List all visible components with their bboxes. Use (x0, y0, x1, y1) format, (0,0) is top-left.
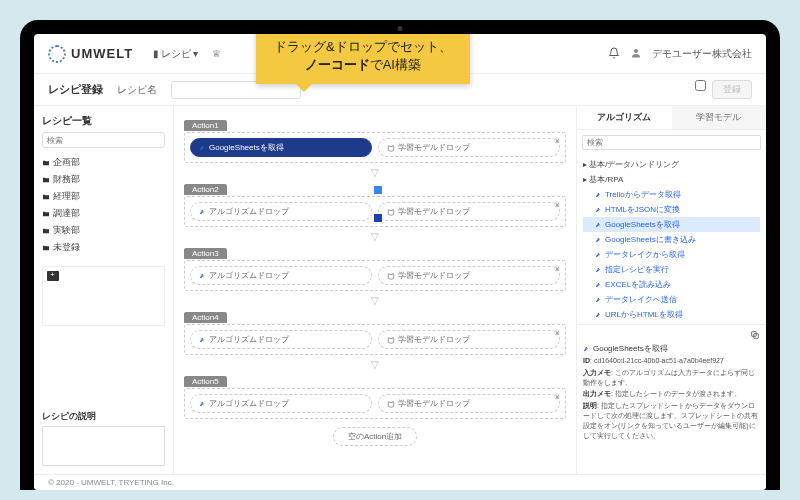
folder-item[interactable]: 財務部 (42, 171, 165, 188)
arrow-down-icon: ▽ (184, 169, 566, 177)
canvas: Action1GoogleSheetsを取得学習モデルドロップ×▽Action2… (174, 106, 576, 474)
detail-panel: GoogleSheetsを取得 ID: cd1640cd-21cc-40b0-a… (577, 324, 766, 447)
folder-icon (42, 244, 50, 252)
logo-text: UMWELT (71, 46, 133, 61)
detail-title: GoogleSheetsを取得 (593, 343, 668, 354)
model-slot[interactable]: 学習モデルドロップ (378, 266, 560, 285)
bell-icon[interactable] (608, 47, 620, 61)
arrow-down-icon: ▽ (184, 297, 566, 305)
tree-item[interactable]: データレイクから取得 (583, 247, 760, 262)
action-body: アルゴリズムドロップ学習モデルドロップ× (184, 324, 566, 355)
close-icon[interactable]: × (555, 200, 560, 210)
model-slot[interactable]: 学習モデルドロップ (378, 394, 560, 413)
action-body: GoogleSheetsを取得学習モデルドロップ× (184, 132, 566, 163)
action-tab: Action2 (184, 184, 227, 195)
callout-tooltip: ドラッグ&ドロップでセット、 ノーコードでAI構築 (256, 34, 470, 84)
recipe-desc-input[interactable] (42, 426, 165, 466)
folder-icon (42, 159, 50, 167)
action-tab: Action3 (184, 248, 227, 259)
detail-description: 指定したスプレッドシートからデータをダウンロードして次の処理に渡します。スプレッ… (583, 402, 758, 438)
folder-item[interactable]: 企画部 (42, 154, 165, 171)
algorithm-slot[interactable]: アルゴリズムドロップ (190, 394, 372, 413)
left-panel: レシピ一覧 企画部財務部経理部調達部実験部未登録 レシピの説明 (34, 106, 174, 474)
folder-icon (42, 210, 50, 218)
copy-icon[interactable] (750, 330, 760, 340)
folder-icon (42, 193, 50, 201)
user-name[interactable]: デモユーザー株式会社 (652, 47, 752, 61)
tree-item[interactable]: EXCELを読み込み (583, 277, 760, 292)
folder-icon (42, 227, 50, 235)
tab-model[interactable]: 学習モデル (672, 106, 767, 129)
logo[interactable]: UMWELT (48, 45, 133, 63)
tree-item[interactable]: URLからHTMLを取得 (583, 307, 760, 322)
algorithm-slot[interactable]: アルゴリズムドロップ (190, 266, 372, 285)
color-swatch-icon[interactable] (374, 214, 382, 222)
model-slot[interactable]: 学習モデルドロップ (378, 330, 560, 349)
color-swatch-icon[interactable] (374, 186, 382, 194)
tree-item[interactable]: HTMLをJSONに変換 (583, 202, 760, 217)
add-folder-icon[interactable] (47, 271, 59, 281)
tree-item[interactable]: データレイクへ送信 (583, 292, 760, 307)
close-icon[interactable]: × (555, 328, 560, 338)
user-avatar-icon[interactable] (630, 47, 642, 61)
nav-trophy-icon[interactable]: ♕ (212, 47, 221, 61)
action-tab: Action4 (184, 312, 227, 323)
arrow-down-icon: ▽ (184, 361, 566, 369)
tab-algorithm[interactable]: アルゴリズム (577, 106, 672, 129)
algorithm-slot[interactable]: GoogleSheetsを取得 (190, 138, 372, 157)
algorithm-search-input[interactable] (582, 135, 761, 150)
folder-item[interactable]: 実験部 (42, 222, 165, 239)
action-tab: Action1 (184, 120, 227, 131)
tree-item[interactable]: GoogleSheetsに書き込み (583, 232, 760, 247)
action-body: アルゴリズムドロップ学習モデルドロップ× (184, 260, 566, 291)
tree-item[interactable]: 指定レシピを実行 (583, 262, 760, 277)
close-icon[interactable]: × (555, 136, 560, 146)
tree-item[interactable]: Trelloからデータ取得 (583, 187, 760, 202)
algorithm-slot[interactable]: アルゴリズムドロップ (190, 330, 372, 349)
folder-add-area[interactable] (42, 266, 165, 326)
folder-icon (42, 176, 50, 184)
recipe-name-label: レシピ名 (117, 83, 157, 97)
close-icon[interactable]: × (555, 264, 560, 274)
footer-copyright: © 2020 - UMWELT, TRYETING Inc. (34, 474, 766, 490)
tree-group[interactable]: ▸ 基本/データハンドリング (583, 157, 760, 172)
tree-item[interactable]: GoogleSheetsを取得 (583, 217, 760, 232)
add-action-button[interactable]: 空のAction追加 (333, 427, 417, 446)
nav-recipe[interactable]: ▮ レシピ ▾ (153, 47, 198, 61)
logo-icon (48, 45, 66, 63)
color-strip (374, 186, 382, 222)
right-panel: アルゴリズム 学習モデル ▸ 基本/データハンドリング▸ 基本/RPATrell… (576, 106, 766, 474)
arrow-down-icon: ▽ (184, 233, 566, 241)
detail-id: cd1640cd-21cc-40b0-ac51-a7a0b4eef927 (594, 357, 724, 364)
algorithm-slot[interactable]: アルゴリズムドロップ (190, 202, 372, 221)
tree-group[interactable]: ▸ 基本/RPA (583, 172, 760, 187)
recipe-search-input[interactable] (42, 132, 165, 148)
close-icon[interactable]: × (555, 392, 560, 402)
detail-output-memo: 指定したシートのデータが渡されます。 (615, 390, 741, 397)
register-button[interactable]: 登録 (712, 80, 752, 99)
page-title: レシピ登録 (48, 82, 103, 97)
folder-item[interactable]: 調達部 (42, 205, 165, 222)
model-slot[interactable]: 学習モデルドロップ (378, 202, 560, 221)
action-tab: Action5 (184, 376, 227, 387)
checkbox-option[interactable] (695, 80, 706, 91)
svg-point-0 (634, 49, 638, 53)
action-body: アルゴリズムドロップ学習モデルドロップ× (184, 388, 566, 419)
folder-item[interactable]: 経理部 (42, 188, 165, 205)
model-slot[interactable]: 学習モデルドロップ (378, 138, 560, 157)
folder-item[interactable]: 未登録 (42, 239, 165, 256)
recipe-desc-label: レシピの説明 (42, 410, 165, 423)
recipe-list-header: レシピ一覧 (42, 114, 165, 128)
